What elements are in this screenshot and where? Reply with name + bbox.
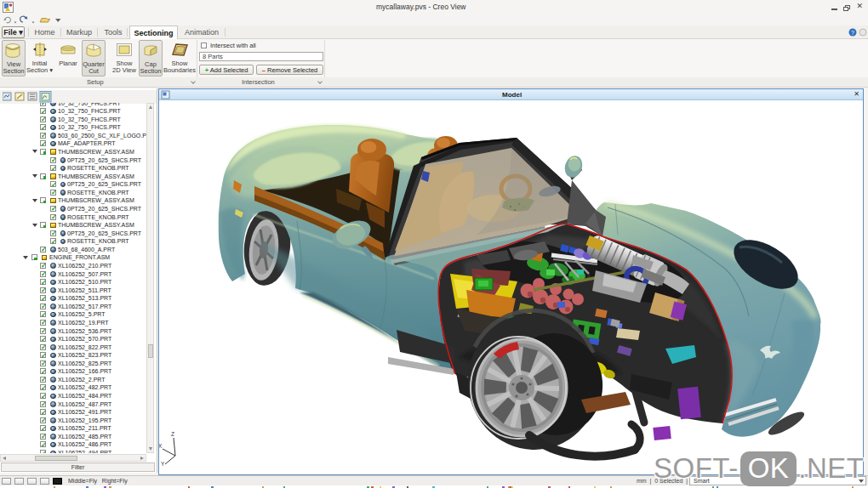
svg-text:Z: Z [171, 431, 174, 437]
svg-text:Y: Y [161, 461, 165, 467]
svg-text:X: X [159, 443, 163, 449]
svg-text:?: ? [851, 30, 854, 36]
